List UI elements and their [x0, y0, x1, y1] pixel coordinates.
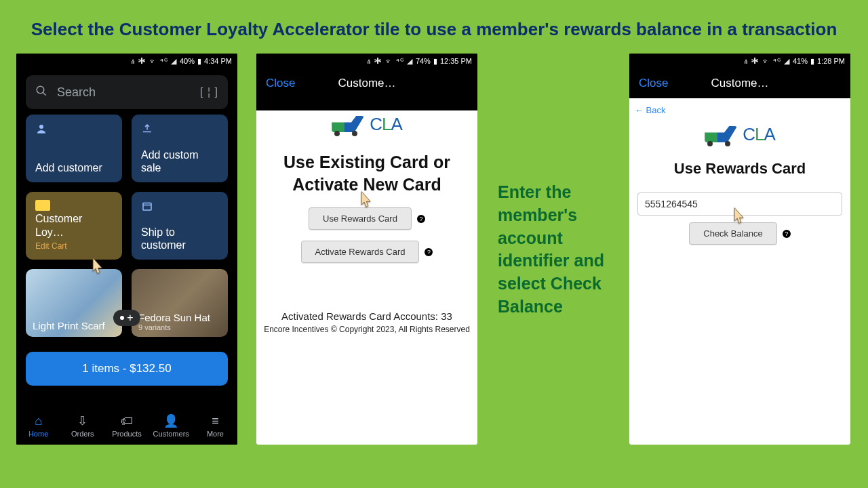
heading: Use Rewards Card — [629, 155, 850, 187]
svg-point-2 — [39, 125, 43, 129]
search-placeholder: Search — [57, 85, 96, 100]
annotation-text: Enter the member's account identifier an… — [498, 181, 613, 319]
product-title: Light Print Scarf — [33, 320, 105, 331]
svg-line-1 — [43, 92, 46, 96]
nav-bar: Close Custome… — [629, 68, 850, 98]
status-time: 12:35 PM — [440, 57, 472, 65]
status-bar: ⋔ ✱ ᯤ ⁴ᴳ ◢ 41% ▮ 1:28 PM — [629, 54, 850, 68]
tab-label: Customers — [153, 430, 189, 438]
tile-add-customer[interactable]: Add customer — [26, 115, 122, 182]
close-button[interactable]: Close — [266, 77, 295, 90]
phone-pos: ⋔ ✱ ᯤ ⁴ᴳ ◢ 40% ▮ 4:34 PM Search [ ¦ ] Ad… — [16, 54, 237, 445]
close-button[interactable]: Close — [639, 77, 668, 90]
back-link[interactable]: ← Back — [629, 98, 850, 118]
barcode-icon[interactable]: [ ¦ ] — [200, 86, 218, 98]
info-icon[interactable]: ? — [783, 230, 791, 238]
search-input[interactable]: Search [ ¦ ] — [26, 75, 228, 109]
status-icons: ⋔ ✱ ᯤ ⁴ᴳ ◢ — [744, 57, 790, 66]
info-icon[interactable]: ? — [425, 248, 433, 256]
cla-logo: CLA — [319, 110, 414, 138]
tab-label: Products — [112, 430, 141, 438]
product-fedora[interactable]: Fedora Sun Hat 9 variants — [132, 269, 228, 337]
tile-label: Ship to customer — [141, 226, 218, 251]
cla-logo: CLA — [692, 121, 787, 148]
inbox-icon: ⇩ — [77, 413, 87, 428]
activate-rewards-button[interactable]: Activate Rewards Card — [301, 241, 420, 263]
status-icons: ⋔ ✱ ᯤ ⁴ᴳ ◢ — [367, 57, 413, 66]
activated-count: Activated Rewards Card Accounts: 33 — [256, 310, 477, 322]
cla-icon — [35, 200, 50, 211]
svg-point-0 — [37, 86, 44, 94]
use-rewards-button[interactable]: Use Rewards Card — [309, 207, 412, 230]
tab-products[interactable]: 🏷 Products — [104, 407, 149, 445]
upload-icon — [141, 123, 218, 139]
battery-icon: ▮ — [433, 57, 437, 66]
battery-icon: ▮ — [810, 57, 814, 66]
tab-bar: ⌂ Home ⇩ Orders 🏷 Products 👤 Customers ≡ — [16, 407, 237, 445]
tile-customer-loyalty[interactable]: Customer Loy… Edit Cart — [26, 192, 122, 260]
pager-dot-icon — [120, 316, 124, 320]
check-balance-button[interactable]: Check Balance — [689, 222, 776, 245]
calendar-icon — [141, 200, 218, 216]
menu-icon: ≡ — [212, 414, 219, 428]
tab-orders[interactable]: ⇩ Orders — [60, 407, 104, 445]
account-input[interactable]: 5551264545 — [637, 192, 842, 216]
status-icons: ⋔ ✱ ᯤ ⁴ᴳ ◢ — [131, 57, 177, 66]
tab-more[interactable]: ≡ More — [193, 407, 237, 445]
person-icon — [35, 123, 113, 139]
product-variants: 9 variants — [138, 323, 210, 331]
status-bar: ⋔ ✱ ᯤ ⁴ᴳ ◢ 40% ▮ 4:34 PM — [16, 54, 237, 68]
phone-check-balance: ⋔ ✱ ᯤ ⁴ᴳ ◢ 41% ▮ 1:28 PM Close Custome… … — [629, 54, 850, 445]
home-icon: ⌂ — [35, 414, 42, 428]
person-icon: 👤 — [163, 413, 178, 428]
battery-text: 41% — [793, 57, 808, 65]
tab-customers[interactable]: 👤 Customers — [149, 407, 193, 445]
heading: Use Existing Card or Activate New Card — [256, 144, 477, 202]
info-icon[interactable]: ? — [417, 215, 425, 223]
cart-button[interactable]: 1 items - $132.50 — [26, 352, 228, 386]
add-product-pill[interactable]: + — [113, 310, 140, 326]
battery-icon: ▮ — [197, 57, 201, 66]
product-title: Fedora Sun Hat — [138, 312, 210, 323]
tab-home[interactable]: ⌂ Home — [16, 407, 60, 445]
nav-bar: Close Custome… — [256, 68, 477, 98]
tab-label: Home — [28, 430, 48, 438]
product-scarf[interactable]: Light Print Scarf — [26, 269, 122, 337]
copyright: Encore Incentives © Copyright 2023, All … — [256, 325, 477, 334]
tile-ship-to-customer[interactable]: Ship to customer — [132, 192, 228, 260]
status-time: 4:34 PM — [204, 57, 232, 65]
tab-label: Orders — [71, 430, 94, 438]
tile-sublabel: Edit Cart — [35, 241, 67, 251]
page-title: Select the Customer Loyalty Accelerator … — [0, 0, 868, 47]
status-time: 1:28 PM — [817, 57, 845, 65]
tile-label: Add custom sale — [141, 148, 218, 174]
tile-add-custom-sale[interactable]: Add custom sale — [132, 115, 228, 182]
tag-icon: 🏷 — [121, 414, 133, 428]
status-bar: ⋔ ✱ ᯤ ⁴ᴳ ◢ 74% ▮ 12:35 PM — [256, 54, 477, 68]
battery-text: 74% — [416, 57, 431, 65]
battery-text: 40% — [180, 57, 195, 65]
search-icon — [35, 85, 47, 100]
plus-icon: + — [127, 312, 133, 323]
phone-use-or-activate: ⋔ ✱ ᯤ ⁴ᴳ ◢ 74% ▮ 12:35 PM Close Custome…… — [256, 54, 477, 445]
tab-label: More — [207, 430, 224, 438]
tile-label: Add customer — [35, 161, 113, 174]
tile-label: Customer Loy… — [35, 213, 82, 237]
svg-rect-3 — [143, 203, 151, 211]
